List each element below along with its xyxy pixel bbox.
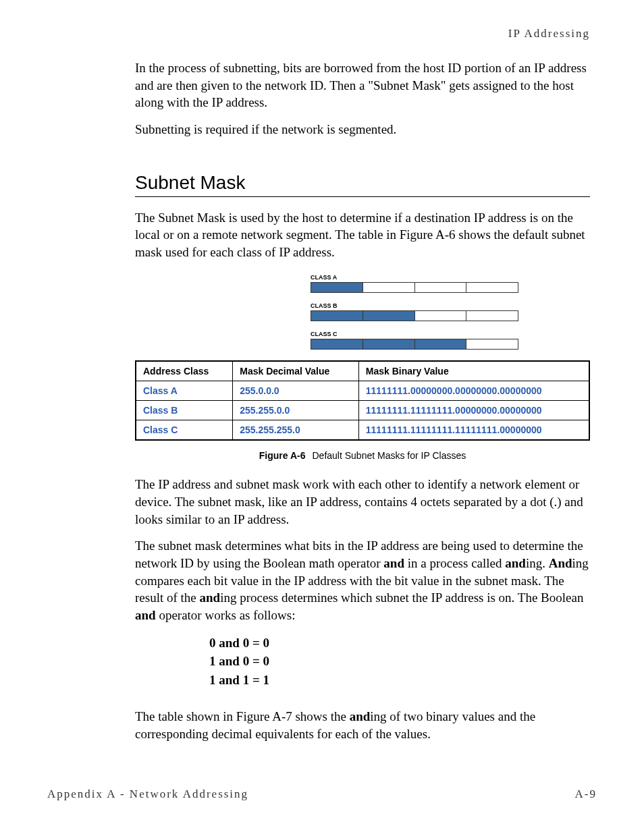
class-c-seg-2 [363, 339, 415, 349]
class-c-label: CLASS C [311, 331, 590, 337]
table-cell: 255.255.0.0 [233, 401, 358, 420]
class-a-seg-1 [311, 283, 363, 292]
text-span: in a process called [404, 556, 505, 570]
figure-caption-text: Default Subnet Masks for IP Classes [312, 450, 466, 461]
class-c-row: CLASS C [311, 331, 590, 350]
class-b-seg-2 [363, 311, 415, 321]
class-c-seg-1 [311, 339, 363, 349]
figure-caption: Figure A-6Default Subnet Masks for IP Cl… [135, 450, 590, 461]
class-b-bar [311, 310, 518, 321]
table-cell: Class B [136, 401, 233, 420]
class-b-seg-3 [415, 311, 467, 321]
boolean-line-2: 1 and 0 = 0 [209, 652, 590, 671]
table-row: Class B 255.255.0.0 11111111.11111111.00… [136, 401, 589, 420]
bold-and: and [383, 556, 404, 570]
text-span: ing process determines which subnet the … [220, 590, 583, 605]
after-table-paragraph-2: The subnet mask determines what bits in … [135, 537, 590, 624]
bold-and: and [505, 556, 526, 570]
table-cell: 255.0.0.0 [233, 381, 358, 401]
class-a-bar [311, 282, 518, 293]
class-a-label: CLASS A [311, 274, 590, 281]
section-paragraph-1: The Subnet Mask is used by the host to d… [135, 209, 590, 261]
table-header-class: Address Class [136, 361, 233, 381]
table-header-row: Address Class Mask Decimal Value Mask Bi… [136, 361, 589, 381]
closing-paragraph: The table shown in Figure A-7 shows the … [135, 708, 590, 742]
subnet-mask-table: Address Class Mask Decimal Value Mask Bi… [135, 360, 590, 441]
table-cell: 255.255.255.0 [233, 420, 358, 441]
class-b-seg-4 [466, 311, 518, 321]
table-cell: 11111111.00000000.00000000.00000000 [358, 381, 589, 401]
text-span: operator works as follows: [156, 608, 296, 622]
table-cell: Class A [136, 381, 233, 401]
bold-and: and [350, 709, 371, 723]
class-b-seg-1 [311, 311, 363, 321]
subnet-class-diagram: CLASS A CLASS B CLASS C [311, 274, 590, 350]
page-footer: Appendix A - Network Addressing A-9 [47, 788, 597, 801]
boolean-line-1: 0 and 0 = 0 [209, 634, 590, 653]
table-row: Class C 255.255.255.0 11111111.11111111.… [136, 420, 589, 441]
text-span: The table shown in Figure A-7 shows the [135, 709, 350, 723]
class-c-bar [311, 339, 518, 350]
bold-and: and [135, 608, 156, 622]
class-c-seg-4 [466, 339, 518, 349]
intro-paragraph-1: In the process of subnetting, bits are b… [135, 59, 590, 111]
bold-and: And [549, 556, 572, 570]
section-title-subnet-mask: Subnet Mask [135, 172, 590, 194]
table-cell: Class C [136, 420, 233, 441]
table-row: Class A 255.0.0.0 11111111.00000000.0000… [136, 381, 589, 401]
class-b-row: CLASS B [311, 302, 590, 321]
figure-label: Figure A-6 [259, 450, 306, 461]
intro-paragraph-2: Subnetting is required if the network is… [135, 121, 590, 138]
table-cell: 11111111.11111111.11111111.00000000 [358, 420, 589, 441]
table-cell: 11111111.11111111.00000000.00000000 [358, 401, 589, 420]
page-header-section: IP Addressing [47, 27, 590, 40]
table-header-binary: Mask Binary Value [358, 361, 589, 381]
class-a-row: CLASS A [311, 274, 590, 293]
class-a-seg-4 [466, 283, 518, 292]
boolean-truth-lines: 0 and 0 = 0 1 and 0 = 0 1 and 1 = 1 [209, 634, 590, 690]
after-table-paragraph-1: The IP address and subnet mask work with… [135, 476, 590, 528]
table-header-decimal: Mask Decimal Value [233, 361, 358, 381]
text-span: ing. [526, 556, 549, 570]
bold-and: and [200, 590, 221, 605]
page-content: In the process of subnetting, bits are b… [135, 59, 590, 743]
section-rule [135, 196, 590, 197]
footer-right: A-9 [575, 788, 597, 801]
class-a-seg-3 [415, 283, 467, 292]
footer-left: Appendix A - Network Addressing [47, 788, 248, 801]
class-a-seg-2 [363, 283, 415, 292]
class-b-label: CLASS B [311, 302, 590, 309]
class-c-seg-3 [415, 339, 467, 349]
boolean-line-3: 1 and 1 = 1 [209, 671, 590, 690]
